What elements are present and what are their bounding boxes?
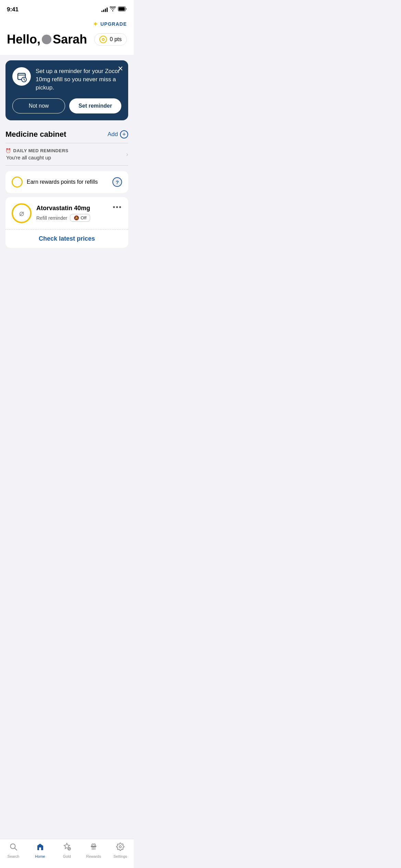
medicine-card: ⌀ Atorvastatin 40mg Refill reminder 🔕 Of… xyxy=(5,197,128,248)
reminder-card: ✕ Set up a reminder for your Zocor 10mg … xyxy=(5,60,128,120)
upgrade-star-icon: ✦ xyxy=(93,20,98,28)
medicine-name: Atorvastatin 40mg xyxy=(36,205,108,212)
points-circle-inner xyxy=(102,38,105,41)
signal-icon xyxy=(101,7,108,12)
top-section: ✦ UPGRADE Hello, Sarah 0 pts xyxy=(0,17,134,55)
rewards-card: Earn rewards points for refills ? xyxy=(5,171,128,193)
medicine-info: Atorvastatin 40mg Refill reminder 🔕 Off xyxy=(36,205,108,222)
greeting-text: Hello, xyxy=(7,32,40,47)
medicine-slash-icon: ⌀ xyxy=(19,208,24,218)
medicine-more-button[interactable]: ••• xyxy=(113,203,122,211)
medicine-reminder-row: Refill reminder 🔕 Off xyxy=(36,214,108,222)
upgrade-button[interactable]: ✦ UPGRADE xyxy=(93,20,127,28)
medicine-cabinet-title: Medicine cabinet xyxy=(5,130,66,139)
points-circle-icon xyxy=(99,36,107,43)
bell-off-icon: 🔕 xyxy=(74,215,79,220)
reminder-close-button[interactable]: ✕ xyxy=(118,65,123,72)
svg-rect-1 xyxy=(119,7,125,11)
refill-reminder-label: Refill reminder xyxy=(36,215,67,221)
set-reminder-button[interactable]: Set reminder xyxy=(69,98,121,113)
wifi-icon xyxy=(110,7,116,13)
reminder-actions: Not now Set reminder xyxy=(12,98,121,113)
refill-badge: 🔕 Off xyxy=(70,214,90,222)
not-now-button[interactable]: Not now xyxy=(12,98,65,113)
rewards-text: Earn rewards points for refills xyxy=(27,179,98,185)
upgrade-bar: ✦ UPGRADE xyxy=(7,17,127,32)
add-label: Add xyxy=(108,131,118,138)
chevron-right-icon: › xyxy=(126,151,128,158)
user-avatar xyxy=(42,35,51,44)
rewards-circle-icon xyxy=(12,177,23,188)
status-icons xyxy=(101,7,127,13)
upgrade-text: UPGRADE xyxy=(100,21,127,27)
alarm-icon: ⏰ xyxy=(5,148,11,153)
status-time: 9:41 xyxy=(7,6,19,13)
add-medicine-button[interactable]: Add + xyxy=(108,130,128,138)
add-circle-icon: + xyxy=(120,130,128,138)
daily-reminders-title-row: ⏰ DAILY MED REMINDERS xyxy=(5,148,69,153)
medicine-cabinet-header: Medicine cabinet Add + xyxy=(5,126,128,143)
reminder-content: Set up a reminder for your Zocor 10mg re… xyxy=(12,67,121,92)
user-name: Sarah xyxy=(53,32,87,47)
medicine-icon-ring: ⌀ xyxy=(12,203,32,223)
daily-reminders-row[interactable]: ⏰ DAILY MED REMINDERS You're all caught … xyxy=(5,143,128,166)
status-bar: 9:41 xyxy=(0,0,134,17)
points-value: 0 pts xyxy=(110,36,122,43)
scroll-content: ✕ Set up a reminder for your Zocor 10mg … xyxy=(0,60,134,288)
refill-status: Off xyxy=(81,215,86,220)
medicine-row: ⌀ Atorvastatin 40mg Refill reminder 🔕 Of… xyxy=(12,203,122,229)
check-prices-button[interactable]: Check latest prices xyxy=(12,230,122,248)
daily-reminders-title-text: DAILY MED REMINDERS xyxy=(13,148,69,153)
hello-header: Hello, Sarah 0 pts xyxy=(7,32,127,49)
daily-reminders-subtitle: You're all caught up xyxy=(5,155,69,160)
rewards-help-button[interactable]: ? xyxy=(112,177,122,187)
daily-reminders-left: ⏰ DAILY MED REMINDERS You're all caught … xyxy=(5,148,69,160)
rewards-left: Earn rewards points for refills xyxy=(12,177,98,188)
points-badge: 0 pts xyxy=(94,33,127,46)
battery-icon xyxy=(118,7,127,13)
reminder-message: Set up a reminder for your Zocor 10mg re… xyxy=(36,67,121,92)
greeting-section: Hello, Sarah xyxy=(7,32,87,47)
reminder-icon xyxy=(12,67,31,86)
